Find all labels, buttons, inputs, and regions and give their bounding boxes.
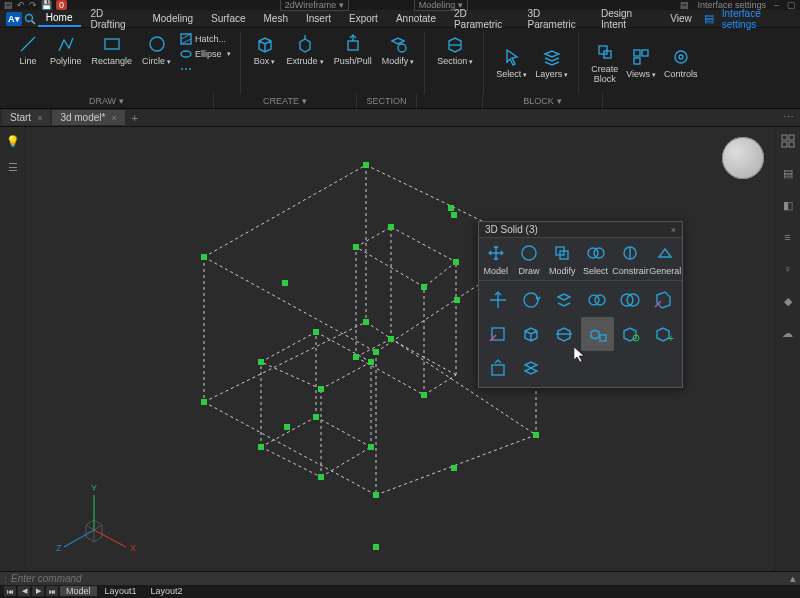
tool-slice[interactable]: [547, 317, 580, 351]
tool-rotate[interactable]: [514, 283, 547, 317]
svg-rect-61: [201, 254, 207, 260]
tool-face-edit[interactable]: [481, 317, 514, 351]
tool-mirror[interactable]: [581, 283, 614, 317]
command-bar[interactable]: : ▴: [0, 571, 800, 585]
layout-tab-1[interactable]: Layout1: [99, 586, 143, 596]
menu-annotate[interactable]: Annotate: [388, 11, 444, 26]
hatch-button[interactable]: Hatch...: [177, 32, 234, 46]
drawing-canvas[interactable]: X Y Z 3D Solid (3) × Model Draw Modify S…: [26, 127, 774, 571]
more-draw-button[interactable]: [177, 62, 234, 76]
qat-undo-icon[interactable]: ↶: [17, 0, 25, 10]
qat-save-icon[interactable]: 💾: [41, 0, 52, 10]
create-group-label[interactable]: CREATE▾: [214, 94, 357, 108]
quad-tab-draw[interactable]: Draw: [512, 238, 545, 280]
tool-subtract[interactable]: [647, 283, 680, 317]
block-group-label[interactable]: BLOCK▾: [483, 94, 603, 108]
menu-surface[interactable]: Surface: [203, 11, 253, 26]
cloud-icon[interactable]: ☁: [780, 325, 796, 341]
grid-icon[interactable]: [780, 133, 796, 149]
viewcube[interactable]: [722, 137, 764, 179]
tab-start[interactable]: Start×: [2, 110, 50, 125]
notification-badge[interactable]: 0: [56, 0, 67, 10]
close-icon[interactable]: ×: [671, 225, 676, 235]
menu-2d-parametric[interactable]: 2D Parametric: [446, 6, 518, 32]
tool-shell[interactable]: [514, 317, 547, 351]
line-button[interactable]: Line: [12, 32, 44, 68]
nav-prev-icon[interactable]: ◀: [18, 586, 30, 596]
polyline-button[interactable]: Polyline: [46, 32, 86, 68]
svg-line-35: [204, 322, 366, 402]
command-dropdown-icon[interactable]: ▴: [790, 572, 796, 585]
layout-tab-model[interactable]: Model: [60, 586, 97, 596]
svg-rect-88: [453, 259, 459, 265]
tool-scale[interactable]: [547, 283, 580, 317]
nav-next-icon[interactable]: ▶: [32, 586, 44, 596]
layers-panel-icon[interactable]: ≡: [780, 229, 796, 245]
app-icon[interactable]: A▾: [6, 12, 22, 26]
menu-modeling[interactable]: Modeling: [144, 11, 201, 26]
menu-export[interactable]: Export: [341, 11, 386, 26]
draw-group-label[interactable]: DRAW▾: [0, 94, 214, 108]
menu-insert[interactable]: Insert: [298, 11, 339, 26]
close-icon[interactable]: ×: [37, 113, 42, 123]
view-style-combo[interactable]: 2dWireframe ▾: [280, 0, 349, 11]
quad-tab-model[interactable]: Model: [479, 238, 512, 280]
interface-settings-icon[interactable]: ▤: [680, 0, 689, 10]
light-icon[interactable]: ♀: [780, 261, 796, 277]
svg-point-101: [594, 248, 604, 258]
properties-icon[interactable]: ▤: [780, 165, 796, 181]
svg-rect-22: [634, 58, 640, 64]
qat-redo-icon[interactable]: ↷: [29, 0, 37, 10]
list-icon[interactable]: ☰: [5, 159, 21, 175]
tab-3d-model[interactable]: 3d model*×: [52, 110, 124, 125]
pushpull-button[interactable]: Push/Pull: [330, 32, 376, 68]
add-tab-button[interactable]: +: [127, 112, 143, 124]
circle-button[interactable]: Circle: [138, 32, 175, 68]
tool-extrude-face[interactable]: [481, 351, 514, 385]
quad-tab-modify[interactable]: Modify: [546, 238, 579, 280]
quad-tab-general[interactable]: General: [649, 238, 682, 280]
qat-icon[interactable]: ▤: [4, 0, 13, 10]
tool-add-solid[interactable]: +: [647, 317, 680, 351]
interface-settings-button[interactable]: Interface settings: [716, 6, 794, 32]
tool-separate[interactable]: [581, 317, 614, 351]
section-button[interactable]: Section: [433, 32, 477, 68]
menu-2d-drafting[interactable]: 2D Drafting: [83, 6, 143, 32]
box-button[interactable]: Box: [249, 32, 281, 68]
modify-button[interactable]: Modify: [378, 32, 419, 68]
palette-icon[interactable]: ◧: [780, 197, 796, 213]
svg-rect-62: [363, 162, 369, 168]
nav-last-icon[interactable]: ⏭: [46, 586, 58, 596]
create-block-button[interactable]: Create Block: [587, 40, 622, 86]
bulb-icon[interactable]: 💡: [5, 133, 21, 149]
select-button[interactable]: Select: [492, 45, 531, 81]
menu-view[interactable]: View: [662, 11, 700, 26]
command-input[interactable]: [11, 573, 786, 584]
nav-first-icon[interactable]: ⏮: [4, 586, 16, 596]
close-icon[interactable]: ×: [111, 113, 116, 123]
layers-button[interactable]: Layers: [531, 45, 572, 81]
menu-mesh[interactable]: Mesh: [256, 11, 296, 26]
materials-icon[interactable]: ◆: [780, 293, 796, 309]
tool-intersect[interactable]: [614, 317, 647, 351]
create-block-icon: [595, 42, 615, 62]
layout-tab-2[interactable]: Layout2: [145, 586, 189, 596]
interface-settings-toggle-icon[interactable]: ▤: [704, 12, 714, 25]
svg-rect-65: [201, 399, 207, 405]
quad-tab-select[interactable]: Select: [579, 238, 612, 280]
tool-union[interactable]: [614, 283, 647, 317]
search-icon[interactable]: [24, 12, 36, 26]
rectangle-button[interactable]: Rectangle: [88, 32, 137, 68]
tool-explode[interactable]: [514, 351, 547, 385]
tool-move[interactable]: [481, 283, 514, 317]
extrude-button[interactable]: Extrude: [283, 32, 328, 68]
views-button[interactable]: Views: [622, 45, 660, 81]
controls-button[interactable]: Controls: [660, 45, 702, 81]
menu-3d-parametric[interactable]: 3D Parametric: [520, 6, 592, 32]
menu-home[interactable]: Home: [38, 10, 81, 27]
quad-panel-title[interactable]: 3D Solid (3) ×: [479, 222, 682, 238]
menu-design-intent[interactable]: Design Intent: [593, 6, 660, 32]
quad-tab-constrain[interactable]: Constrair: [612, 238, 649, 280]
ellipse-button[interactable]: Ellipse: [177, 47, 234, 61]
tabs-menu-icon[interactable]: ⋯: [779, 111, 798, 124]
